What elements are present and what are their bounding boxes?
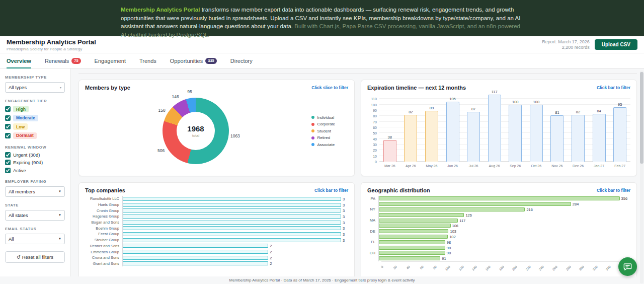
expiration-bar-feb-27[interactable]: 95 [613,107,626,162]
top_companies-bar[interactable] [123,208,341,212]
legend-item-retired[interactable]: Retired [311,135,335,140]
expiration-bar-mar-26[interactable]: 38 [383,140,396,162]
tab-directory[interactable]: Directory [230,53,253,68]
expiration-bar-sep-26[interactable]: 100 [509,105,522,162]
expiration-bar-oct-26[interactable]: 100 [530,105,543,162]
top_companies-bar[interactable] [123,238,341,242]
top_companies-bar[interactable] [123,203,341,207]
legend-item-student[interactable]: Student [311,129,335,133]
page-subtitle: Philadelphia Society for People & Strate… [7,47,96,51]
donut-chart[interactable]: 1968 total 106350615814695 [158,93,233,169]
renewal-checkbox[interactable] [5,160,11,165]
expiration-bar-may-26[interactable]: 89 [425,111,438,162]
top_companies-bar[interactable] [123,256,268,260]
top_companies-row: Crona and Sons2 [85,255,341,261]
top_companies-bar[interactable] [123,226,341,230]
renewal-checkbox[interactable] [5,152,11,158]
renewal-option-label: Urgent (30d) [13,152,40,158]
scrollbar-thumb[interactable] [640,72,643,164]
geographic_distribution-bar[interactable] [379,256,440,260]
legend-item-corporate[interactable]: Corporate [311,122,335,126]
expiration-bar-jun-26[interactable]: 105 [446,102,459,162]
bar-value-label: 216 [526,207,533,211]
expiration-bar-jan-27[interactable]: 84 [593,114,606,162]
slice-value-label: 506 [157,148,165,153]
tier-checkbox[interactable] [5,124,11,129]
geographic_distribution-bar[interactable] [379,219,458,223]
membership-type-select[interactable]: All types ▾ [5,82,65,93]
tier-option-low[interactable]: Low [5,123,65,130]
tab-overview[interactable]: Overview [7,53,31,68]
reset-label: Reset all filters [22,254,53,260]
tab-engagement[interactable]: Engagement [95,53,126,68]
tier-checkbox[interactable] [5,106,11,112]
renewal-option[interactable]: Active [5,168,65,173]
bar-value-label: 98 [447,251,451,255]
tab-renewals[interactable]: Renewals75 [45,53,81,68]
upload-csv-button[interactable]: Upload CSV [595,39,637,50]
geographic_distribution-bar[interactable] [379,207,525,211]
geographic_distribution-bar[interactable] [379,224,451,228]
tier-checkbox[interactable] [5,133,11,138]
tab-label: Directory [230,58,253,64]
x-tick-label: Oct 26 [526,162,547,170]
renewal-option[interactable]: Expiring (90d) [5,160,65,165]
expiration-bar-jul-26[interactable]: 87 [467,112,480,162]
legend-item-associate[interactable]: Associate [311,143,335,147]
category-label: Hagenes Group [85,214,122,219]
bar-value-label: 126 [465,212,472,217]
top_companies-bar[interactable] [123,221,341,225]
tab-label: Opportunities [170,58,203,64]
bar-filter-hint[interactable]: Click bar to filter [597,188,630,193]
tier-chip: High [13,106,29,112]
top_companies-bar[interactable] [123,197,341,201]
tab-trends[interactable]: Trends [139,53,156,68]
tier-option-high[interactable]: High [5,106,65,112]
bar-filter-hint[interactable]: Click bar to filter [314,188,348,193]
bar-filter-hint[interactable]: Click bar to filter [597,85,630,90]
x-tick-label: 140 [471,265,478,271]
legend-dot [311,123,314,126]
renewal-option[interactable]: Urgent (30d) [5,152,65,158]
expiration-bar-dec-26[interactable]: 82 [572,115,585,162]
geographic_distribution-bar[interactable] [379,196,620,200]
email-status-select[interactable]: All ▼ [5,234,65,244]
legend-item-individual[interactable]: Individual [311,115,335,120]
expiration-bar-aug-26[interactable]: 117 [488,95,501,162]
scrollbar[interactable] [640,70,643,283]
top_companies-row: Huels Group3 [85,202,341,208]
top_companies-bar[interactable] [123,244,268,248]
tier-option-moderate[interactable]: Moderate [5,115,65,121]
chat-button[interactable] [618,257,637,276]
reset-filters-button[interactable]: ↺ Reset all filters [5,251,65,263]
bar-track: 91 [378,256,622,261]
employer-paying-select[interactable]: All members ▼ [5,186,65,197]
legend-dot [311,129,314,132]
bar-slot: 84 [589,93,610,162]
geographic_distribution-bar[interactable] [379,229,448,233]
top_companies-bar[interactable] [123,232,341,236]
tier-option-dormant[interactable]: Dormant [5,132,65,139]
top_companies-bar[interactable] [123,215,341,219]
expiration-bar-nov-26[interactable]: 81 [550,115,564,162]
tier-checkbox[interactable] [5,115,11,121]
tab-badge: 75 [71,58,80,64]
geographic_distribution-bar[interactable] [379,240,445,244]
geographic_distribution-bar[interactable] [379,251,445,255]
top_companies-bar[interactable] [123,261,268,265]
geographic_distribution-bar[interactable] [379,202,571,206]
geographic_distribution-bar[interactable] [379,246,445,250]
bar-slot: 100 [505,93,526,162]
top_companies-bar[interactable] [123,250,268,254]
state-select[interactable]: All states ▼ [5,210,65,221]
tab-opportunities[interactable]: Opportunities335 [170,53,217,68]
bar-value-label: 356 [621,196,628,201]
geographic_distribution-bar[interactable] [379,213,464,217]
geographic_distribution-row: 98 [367,245,622,250]
expiration-bar-apr-26[interactable]: 82 [404,115,417,162]
chevron-down-icon: ▾ [60,86,61,89]
slice-filter-hint[interactable]: Click slice to filter [311,85,348,90]
renewal-checkbox[interactable] [5,168,11,173]
category-label: Runolfsdottir LLC [85,196,122,201]
geographic_distribution-bar[interactable] [379,235,448,239]
